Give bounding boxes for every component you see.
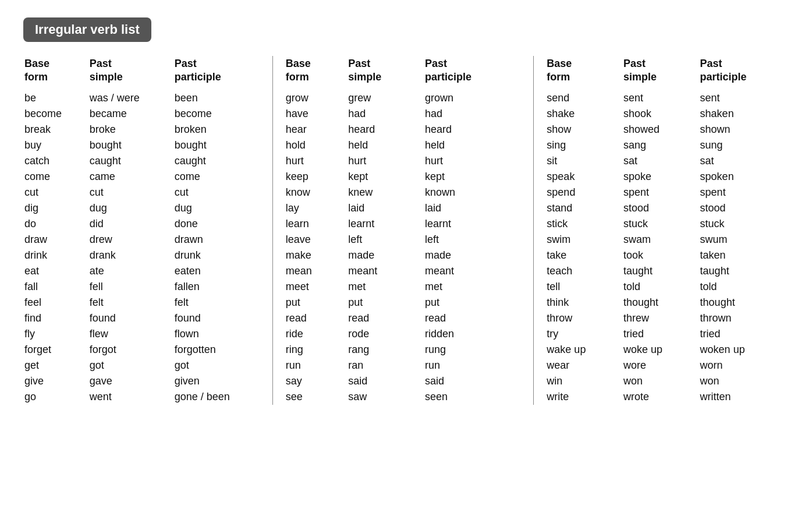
cell-2-19-2: written [699, 389, 789, 405]
cell-2-5-0: speak [545, 169, 622, 185]
cell-2-5-2: spoken [699, 169, 789, 185]
cell-0-15-1: flew [88, 326, 173, 342]
cell-1-1-1: had [347, 106, 424, 122]
cell-2-1-2: shaken [699, 106, 789, 122]
cell-2-4-0: sit [545, 153, 622, 169]
cell-0-0-1: was / were [88, 90, 173, 106]
table-row: taketooktaken [545, 248, 789, 263]
cell-2-15-0: try [545, 326, 622, 342]
cell-1-7-1: laid [347, 200, 424, 216]
cell-1-16-2: rung [424, 342, 527, 358]
cell-0-11-1: ate [88, 263, 173, 279]
cell-1-10-2: made [424, 248, 527, 263]
cell-0-15-0: fly [23, 326, 88, 342]
cell-0-14-2: found [173, 310, 267, 326]
cell-1-9-1: left [347, 232, 424, 248]
cell-2-17-2: worn [699, 358, 789, 373]
cell-2-15-2: tried [699, 326, 789, 342]
cell-1-2-0: hear [285, 122, 347, 137]
cell-2-12-1: told [622, 279, 699, 295]
cell-0-1-2: become [173, 106, 267, 122]
table-row: feelfeltfelt [23, 295, 267, 310]
cell-2-2-0: show [545, 122, 622, 137]
table-row: winwonwon [545, 373, 789, 389]
table-row: catchcaughtcaught [23, 153, 267, 169]
cell-1-1-0: have [285, 106, 347, 122]
table-row: rideroderidden [285, 326, 528, 342]
table-row: telltoldtold [545, 279, 789, 295]
cell-0-18-2: given [173, 373, 267, 389]
table-row: havehadhad [285, 106, 528, 122]
cell-1-0-0: grow [285, 90, 347, 106]
cell-2-16-0: wake up [545, 342, 622, 358]
cell-2-8-1: stuck [622, 216, 699, 232]
cell-0-19-1: went [88, 389, 173, 405]
cell-2-0-1: sent [622, 90, 699, 106]
cell-2-6-2: spent [699, 185, 789, 200]
table-row: singsangsung [545, 137, 789, 153]
table-row: throwthrewthrown [545, 310, 789, 326]
table-row: swimswamswum [545, 232, 789, 248]
cell-1-3-0: hold [285, 137, 347, 153]
table-row: becomebecamebecome [23, 106, 267, 122]
cell-1-18-0: say [285, 373, 347, 389]
table-row: meetmetmet [285, 279, 528, 295]
cell-1-12-2: met [424, 279, 527, 295]
table-row: keepkeptkept [285, 169, 528, 185]
cell-1-19-0: see [285, 389, 347, 405]
table-row: sitsatsat [545, 153, 789, 169]
cell-0-14-0: find [23, 310, 88, 326]
table-row: givegavegiven [23, 373, 267, 389]
table-row: getgotgot [23, 358, 267, 373]
cell-0-2-1: broke [88, 122, 173, 137]
cell-2-10-1: took [622, 248, 699, 263]
cell-1-17-1: ran [347, 358, 424, 373]
cell-1-14-0: read [285, 310, 347, 326]
cell-0-9-2: drawn [173, 232, 267, 248]
cell-2-7-0: stand [545, 200, 622, 216]
cell-0-19-2: gone / been [173, 389, 267, 405]
cell-2-0-2: sent [699, 90, 789, 106]
verb-table-0: BaseformPastsimplePastparticiplebewas / … [23, 56, 267, 405]
cell-0-9-0: draw [23, 232, 88, 248]
cell-2-3-0: sing [545, 137, 622, 153]
cell-0-5-0: come [23, 169, 88, 185]
table-row: knowknewknown [285, 185, 528, 200]
cell-0-7-1: dug [88, 200, 173, 216]
table-row: digdugdug [23, 200, 267, 216]
table-row: shakeshookshaken [545, 106, 789, 122]
verb-section-1: BaseformPastsimplePastparticiplegrowgrew… [272, 56, 534, 405]
cell-1-17-0: run [285, 358, 347, 373]
cell-0-15-2: flown [173, 326, 267, 342]
cell-1-3-1: held [347, 137, 424, 153]
table-row: meanmeantmeant [285, 263, 528, 279]
cell-1-4-2: hurt [424, 153, 527, 169]
cell-2-9-2: swum [699, 232, 789, 248]
cell-0-9-1: drew [88, 232, 173, 248]
table-row: hurthurthurt [285, 153, 528, 169]
cell-1-19-2: seen [424, 389, 527, 405]
cell-1-5-1: kept [347, 169, 424, 185]
cell-2-8-0: stick [545, 216, 622, 232]
cell-0-8-2: done [173, 216, 267, 232]
cell-0-1-0: become [23, 106, 88, 122]
cell-0-3-1: bought [88, 137, 173, 153]
cell-0-13-1: felt [88, 295, 173, 310]
table-row: showshowedshown [545, 122, 789, 137]
cell-1-15-0: ride [285, 326, 347, 342]
cell-1-11-0: mean [285, 263, 347, 279]
table-row: runranrun [285, 358, 528, 373]
table-row: eatateeaten [23, 263, 267, 279]
cell-1-11-1: meant [347, 263, 424, 279]
verb-table-1: BaseformPastsimplePastparticiplegrowgrew… [285, 56, 528, 405]
cell-2-12-0: tell [545, 279, 622, 295]
cell-0-4-0: catch [23, 153, 88, 169]
cell-1-6-0: know [285, 185, 347, 200]
cell-0-5-2: come [173, 169, 267, 185]
cell-2-1-1: shook [622, 106, 699, 122]
cell-2-8-2: stuck [699, 216, 789, 232]
cell-0-8-1: did [88, 216, 173, 232]
cell-1-2-2: heard [424, 122, 527, 137]
table-row: wake upwoke upwoken up [545, 342, 789, 358]
table-row: drinkdrankdrunk [23, 248, 267, 263]
